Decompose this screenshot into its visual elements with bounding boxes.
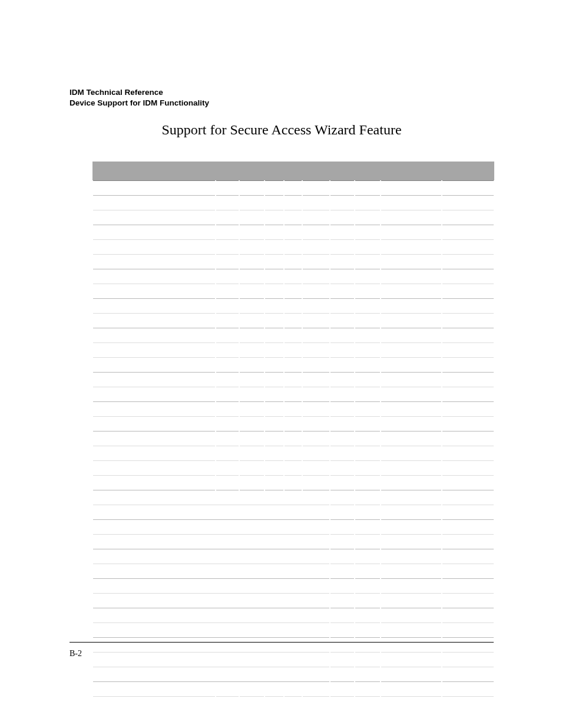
- table-row: [92, 682, 494, 697]
- table-row: [92, 476, 494, 490]
- table-row: [92, 387, 494, 402]
- page-number: B-2: [70, 649, 82, 658]
- table-row: [92, 461, 494, 476]
- table-row: [92, 579, 494, 594]
- table-row: [92, 196, 494, 210]
- table-row: [92, 535, 494, 549]
- table-row: [92, 446, 494, 461]
- header-line-2: Device Support for IDM Functionality: [70, 98, 494, 108]
- table-row: [92, 667, 494, 682]
- running-head: IDM Technical Reference Device Support f…: [70, 87, 494, 108]
- table-row: [92, 490, 494, 505]
- table-row: [92, 417, 494, 431]
- table-row: [92, 623, 494, 638]
- header-line-1: IDM Technical Reference: [70, 87, 494, 98]
- page: IDM Technical Reference Device Support f…: [0, 0, 562, 728]
- footer-rule: [70, 642, 494, 643]
- table-row: [92, 594, 494, 608]
- table-row: [92, 314, 494, 328]
- table-row: [92, 269, 494, 284]
- table-row: [92, 638, 494, 653]
- table-row: [92, 225, 494, 240]
- table-row: [92, 210, 494, 225]
- table-row-fragment: [92, 697, 494, 711]
- table-row: [92, 343, 494, 358]
- table-row: [92, 653, 494, 667]
- table-row: [92, 549, 494, 564]
- table-row: [92, 564, 494, 579]
- section-title: Support for Secure Access Wizard Feature: [70, 122, 494, 138]
- table-row: [92, 402, 494, 417]
- table-row: [92, 431, 494, 446]
- support-table: [92, 162, 495, 711]
- table-row: [92, 328, 494, 343]
- table-row: [92, 608, 494, 623]
- table-row: [92, 284, 494, 299]
- table-row: [92, 299, 494, 314]
- table-subheader-row: [92, 181, 494, 196]
- table-row: [92, 505, 494, 520]
- table-row: [92, 373, 494, 387]
- table-row: [92, 520, 494, 535]
- table-row: [92, 358, 494, 373]
- table-header-row: [92, 162, 494, 181]
- table-row: [92, 240, 494, 255]
- content-area: IDM Technical Reference Device Support f…: [70, 87, 494, 711]
- support-table-wrap: [92, 162, 494, 711]
- table-row: [92, 255, 494, 269]
